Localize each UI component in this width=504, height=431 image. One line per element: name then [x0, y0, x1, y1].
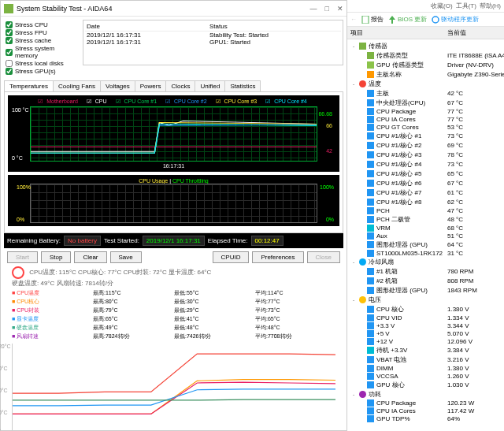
cpuid-button[interactable]: CPUID	[213, 251, 250, 263]
start-button[interactable]: Start	[7, 251, 38, 263]
tab-temperatures[interactable]: Temperatures	[4, 80, 54, 91]
node-icon	[367, 142, 374, 149]
tree-node[interactable]: +3.3 V3.344 V	[350, 321, 501, 329]
tree-node[interactable]: CPU #1/核心 #667 °C	[350, 178, 501, 188]
stress-check-5[interactable]: Stress GPU(s)	[6, 68, 78, 75]
tab-statistics[interactable]: Statistics	[224, 80, 261, 91]
node-icon	[367, 338, 374, 345]
tree-node[interactable]: 待机 +3.3V3.384 V	[350, 345, 501, 355]
tree-node[interactable]: GPU TDP%64%	[350, 414, 501, 422]
tab-powers[interactable]: Powers	[135, 80, 167, 91]
button-bar: Start Stop Clear Save CPUID Preferences …	[4, 248, 343, 266]
tree-node[interactable]: CPU #1/核心 #761 °C	[350, 188, 501, 197]
tree-node[interactable]: -电压	[350, 295, 501, 304]
node-icon	[367, 381, 374, 388]
stress-check-4[interactable]: Stress local disks	[6, 60, 78, 67]
driver-update-button[interactable]: 驱动程序更新	[432, 15, 479, 24]
tree-node[interactable]: -温度	[350, 79, 501, 88]
node-icon	[367, 399, 374, 407]
tree-node[interactable]: 主板名称Gigabyte Z390-Series	[350, 69, 501, 79]
close-dialog-button[interactable]: Close	[307, 251, 340, 263]
graph-tabs: TemperaturesCooling FansVoltagesPowersCl…	[4, 80, 343, 91]
log-row: 2019/12/1 16:17:31GPU1: Started	[85, 39, 341, 46]
tree-node[interactable]: VRM68 °C	[350, 224, 501, 232]
node-icon	[367, 216, 374, 223]
tree-node[interactable]: 图形处理器 (GPU)64 °C	[350, 240, 501, 249]
tree-node[interactable]: CPU Package77 °C	[350, 107, 501, 115]
tree-node[interactable]: CPU #1/核心 #565 °C	[350, 169, 501, 178]
node-icon	[367, 99, 374, 106]
tree-node[interactable]: 图形处理器 (GPU)1843 RPM	[350, 285, 501, 295]
history-chart: 120°C 90°C 60°C 30°C 0°	[12, 344, 335, 431]
battery-status: No battery	[64, 236, 101, 246]
bios-update-button[interactable]: BIOS 更新	[388, 15, 427, 24]
tree-node[interactable]: 中央处理器(CPU)67 °C	[350, 98, 501, 107]
stop-button[interactable]: Stop	[41, 251, 71, 263]
summary-line-2: 硬盘温度: 49°C 风扇转速: 7814转/分	[4, 279, 343, 288]
node-icon	[367, 161, 374, 168]
menu-fav[interactable]: 收藏(O)	[431, 2, 453, 10]
tab-voltages[interactable]: Voltages	[100, 80, 135, 91]
tree-node[interactable]: CPU #1/核心 #473 °C	[350, 159, 501, 169]
stress-options: Stress CPUStress FPUStress cacheStress s…	[4, 20, 80, 77]
tree-node[interactable]: GPU 核心1.030 V	[350, 380, 501, 389]
aida-sidebar: 收藏(O) 工具(T) 帮助(H) ← 报告 BIOS 更新 驱动程序更新 项目…	[347, 0, 504, 431]
tree-node[interactable]: ST1000LM035-1RK17231 °C	[350, 249, 501, 257]
tree-node[interactable]: CPU VID1.334 V	[350, 314, 501, 321]
node-icon	[367, 61, 374, 69]
tree-node[interactable]: CPU #1/核心 #173 °C	[350, 131, 501, 140]
tree-node[interactable]: -冷却风扇	[350, 257, 501, 266]
maximize-button[interactable]: □	[325, 5, 329, 13]
tree-node[interactable]: CPU #1/核心 #378 °C	[350, 150, 501, 159]
tree-node[interactable]: GPU 传感器类型Driver (NV-DRV)	[350, 60, 501, 69]
menu-help[interactable]: 帮助(H)	[480, 2, 501, 10]
tree-node[interactable]: PCH 二极管48 °C	[350, 214, 501, 224]
tree-node[interactable]: +5 V5.070 V	[350, 329, 501, 337]
tree-node[interactable]: Aux51 °C	[350, 232, 501, 240]
tree-node[interactable]: CPU GT Cores53 °C	[350, 123, 501, 131]
node-icon	[367, 373, 374, 380]
menu-tools[interactable]: 工具(T)	[456, 2, 476, 10]
tree-node[interactable]: CPU IA Cores77 °C	[350, 115, 501, 123]
node-icon	[367, 108, 374, 115]
node-icon	[359, 258, 366, 266]
node-icon	[367, 52, 374, 59]
clear-button[interactable]: Clear	[74, 251, 106, 263]
back-button[interactable]: ←	[350, 16, 357, 23]
tab-unified[interactable]: Unified	[195, 80, 225, 91]
tree-node[interactable]: #1 机箱780 RPM	[350, 266, 501, 276]
stress-check-0[interactable]: Stress CPU	[6, 21, 78, 28]
tab-clocks[interactable]: Clocks	[165, 80, 195, 91]
tree-node[interactable]: 传感器类型ITE IT8688E (ISA A40h)	[350, 50, 501, 60]
tree-node[interactable]: DIMM1.380 V	[350, 364, 501, 372]
tree-node[interactable]: VBAT 电池3.216 V	[350, 355, 501, 364]
sensor-tree: -传感器传感器类型ITE IT8688E (ISA A40h)GPU 传感器类型…	[347, 39, 504, 425]
tree-node[interactable]: CPU #1/核心 #862 °C	[350, 197, 501, 206]
tree-node[interactable]: CPU IA Cores117.42 W	[350, 407, 501, 414]
tree-node[interactable]: -功耗	[350, 389, 501, 399]
cpu-usage-graph: CPU Usage | CPU Throttling 100% 0% 100% …	[8, 175, 339, 226]
svg-rect-0	[362, 16, 369, 24]
tree-node[interactable]: VCCSA1.260 V	[350, 372, 501, 380]
report-button[interactable]: 报告	[361, 15, 384, 24]
tree-node[interactable]: CPU 核心1.380 V	[350, 304, 501, 314]
save-button[interactable]: Save	[110, 251, 142, 263]
node-icon	[367, 277, 374, 284]
stress-check-3[interactable]: Stress system memory	[6, 45, 78, 59]
tab-cooling-fans[interactable]: Cooling Fans	[53, 80, 101, 91]
minimize-button[interactable]: —	[310, 5, 317, 13]
stress-check-1[interactable]: Stress FPU	[6, 29, 78, 36]
tree-node[interactable]: 主板42 °C	[350, 88, 501, 98]
legend-item: ■ 显卡温度	[12, 315, 92, 323]
tree-node[interactable]: +12 V12.096 V	[350, 337, 501, 345]
tree-node[interactable]: -传感器	[350, 41, 501, 50]
node-icon	[367, 124, 374, 131]
tree-node[interactable]: PCH47 °C	[350, 206, 501, 214]
tree-node[interactable]: CPU #1/核心 #269 °C	[350, 140, 501, 150]
side-toolbar: ← 报告 BIOS 更新 驱动程序更新	[347, 13, 504, 27]
tree-node[interactable]: #2 机箱808 RPM	[350, 276, 501, 285]
preferences-button[interactable]: Preferences	[252, 251, 303, 263]
stress-check-2[interactable]: Stress cache	[6, 37, 78, 44]
tree-node[interactable]: CPU Package120.23 W	[350, 399, 501, 407]
close-button[interactable]: ✕	[337, 5, 343, 13]
